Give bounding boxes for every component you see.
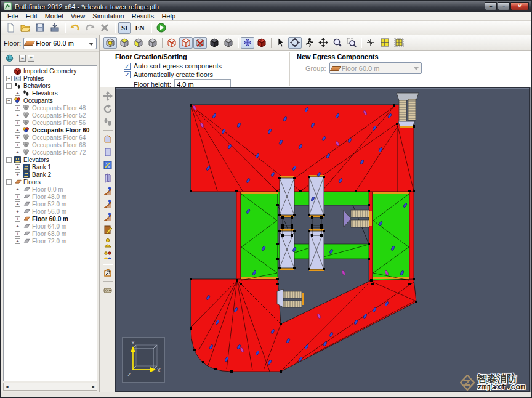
tree-item-floors[interactable]: −Floors — [4, 178, 97, 185]
elevator-door[interactable] — [280, 268, 294, 270]
call-point[interactable] — [312, 217, 321, 225]
tree-item-bank-2[interactable]: +Bank 2 — [4, 171, 97, 178]
expand-icon[interactable]: + — [15, 120, 20, 126]
view-side-button[interactable] — [146, 37, 159, 49]
corridor-edge[interactable] — [409, 192, 414, 284]
expand-icon[interactable]: + — [6, 76, 12, 81]
zoom-tool-button[interactable] — [331, 37, 344, 49]
redo-button[interactable] — [83, 22, 97, 34]
menu-view[interactable]: View — [67, 12, 89, 20]
expand-icon[interactable]: + — [15, 201, 20, 207]
menu-edit[interactable]: Edit — [22, 12, 41, 20]
tree-item-occupants-floor-48[interactable]: +Occupants Floor 48 — [4, 104, 97, 112]
orbit-tool-button[interactable] — [288, 37, 302, 49]
rectangle-room-tool[interactable] — [102, 146, 114, 158]
outline-mode-button[interactable] — [179, 37, 193, 49]
expand-icon[interactable]: + — [15, 105, 20, 111]
expand-icon[interactable]: + — [15, 231, 20, 237]
call-point[interactable] — [283, 217, 292, 225]
close-button[interactable]: ✕ — [510, 2, 529, 10]
expand-icon[interactable]: + — [15, 113, 20, 118]
tree-item-profiles[interactable]: +Profiles — [4, 75, 97, 82]
tree-item-occupants[interactable]: −Occupants — [4, 97, 97, 104]
floor-selector-dropdown[interactable]: Floor 60.0 m — [23, 38, 97, 49]
expand-icon[interactable]: + — [15, 128, 20, 133]
expand-icon[interactable]: + — [15, 150, 20, 155]
rotate-objects-tool[interactable] — [102, 103, 114, 115]
expand-icon[interactable]: + — [15, 194, 20, 200]
occupant-dot-selected[interactable] — [341, 270, 345, 276]
select-tool-button[interactable] — [274, 37, 288, 49]
snap-point-button[interactable] — [364, 37, 377, 49]
run-simulation-button[interactable] — [155, 22, 168, 34]
collapse-icon[interactable]: − — [6, 157, 12, 163]
tree-item-elevators[interactable]: +Elevators — [4, 89, 97, 97]
minimize-button[interactable]: – — [485, 2, 497, 10]
expand-icon[interactable]: + — [15, 164, 20, 170]
view-perspective-button[interactable] — [103, 37, 117, 49]
refresh-view-button[interactable] — [4, 53, 15, 63]
expand-icon[interactable]: + — [15, 224, 20, 229]
expand-icon[interactable]: + — [15, 142, 20, 148]
tree-item-floor-64-0-m[interactable]: +Floor 64.0 m — [4, 222, 97, 230]
open-file-button[interactable] — [18, 22, 32, 34]
delete-button[interactable] — [98, 22, 111, 34]
door-strip[interactable] — [241, 192, 278, 194]
expand-icon[interactable]: + — [15, 238, 20, 244]
scroll-right-icon[interactable]: ► — [91, 384, 95, 389]
model-canvas[interactable]: Y X Z 智淼消防 zmjaxf.com — [115, 87, 530, 392]
add-occupant-tool[interactable] — [102, 237, 114, 248]
elevator-door[interactable] — [309, 269, 324, 271]
polygon-room-tool[interactable] — [102, 133, 114, 145]
expand-icon[interactable]: + — [15, 135, 20, 140]
save-file-button[interactable] — [33, 22, 47, 34]
view-front-button[interactable] — [132, 37, 145, 49]
menu-file[interactable]: File — [4, 12, 22, 20]
tree-item-occupants-floor-72[interactable]: +Occupants Floor 72 — [4, 148, 97, 156]
elevator-tool[interactable] — [102, 224, 114, 235]
new-file-button[interactable] — [4, 22, 17, 34]
tree-horizontal-scrollbar[interactable]: ◄ ► — [3, 383, 97, 391]
thin-room-tool[interactable] — [102, 159, 114, 171]
auto-create-floors-checkbox[interactable]: ✓ — [124, 71, 131, 78]
tape-measure-tool[interactable] — [102, 284, 114, 296]
auto-sort-checkbox[interactable]: ✓ — [124, 63, 131, 70]
scroll-left-icon[interactable]: ◄ — [5, 384, 9, 389]
ramp-tool[interactable] — [102, 211, 114, 222]
solid-mode-button[interactable] — [222, 37, 235, 49]
elevator-door[interactable] — [280, 176, 294, 178]
door-tool[interactable] — [102, 172, 114, 184]
menu-simulation[interactable]: Simulation — [89, 12, 127, 20]
door-strip[interactable] — [302, 293, 304, 305]
tree-item-floor-72-0-m[interactable]: +Floor 72.0 m — [4, 237, 97, 245]
move-objects-tool[interactable] — [102, 90, 114, 102]
door-strip[interactable] — [373, 192, 409, 194]
tree-item-occupants-floor-60[interactable]: +Occupants Floor 60 — [4, 126, 97, 134]
stairs[interactable] — [399, 100, 406, 121]
tree-item-behaviors[interactable]: −Behaviors — [4, 82, 97, 89]
view-top-button[interactable] — [118, 37, 131, 49]
egress-group-dropdown[interactable]: Floor 60.0 m — [329, 62, 422, 74]
collapse-icon[interactable]: − — [6, 83, 12, 89]
tree-item-elevators[interactable]: −Elevators — [4, 156, 97, 163]
show-navmesh-button[interactable] — [241, 37, 254, 49]
tree-item-occupants-floor-64[interactable]: +Occupants Floor 64 — [4, 134, 97, 141]
elevator-door[interactable] — [309, 229, 324, 231]
solid-dark-mode-button[interactable] — [208, 37, 221, 49]
undo-button[interactable] — [68, 22, 82, 34]
collapse-icon[interactable]: − — [6, 98, 12, 104]
snap-grid-button[interactable] — [378, 37, 392, 49]
transparent-mode-button[interactable] — [193, 37, 207, 49]
occupant-path-tool[interactable] — [102, 116, 114, 128]
door-strip[interactable] — [241, 277, 278, 279]
tree-item-floor-60-0-m[interactable]: +Floor 60.0 m — [4, 215, 97, 222]
stair-exit[interactable] — [344, 210, 351, 227]
tree-item-occupants-floor-52[interactable]: +Occupants Floor 52 — [4, 112, 97, 119]
measure-region-tool[interactable] — [102, 267, 114, 278]
collapse-all-button[interactable]: − — [19, 55, 26, 62]
tree-item-occupants-floor-56[interactable]: +Occupants Floor 56 — [4, 119, 97, 126]
tree-item-occupants-floor-68[interactable]: +Occupants Floor 68 — [4, 141, 97, 148]
zoom-box-tool-button[interactable] — [345, 37, 358, 49]
door-strip[interactable] — [369, 211, 372, 226]
stair-exit[interactable] — [398, 121, 414, 126]
